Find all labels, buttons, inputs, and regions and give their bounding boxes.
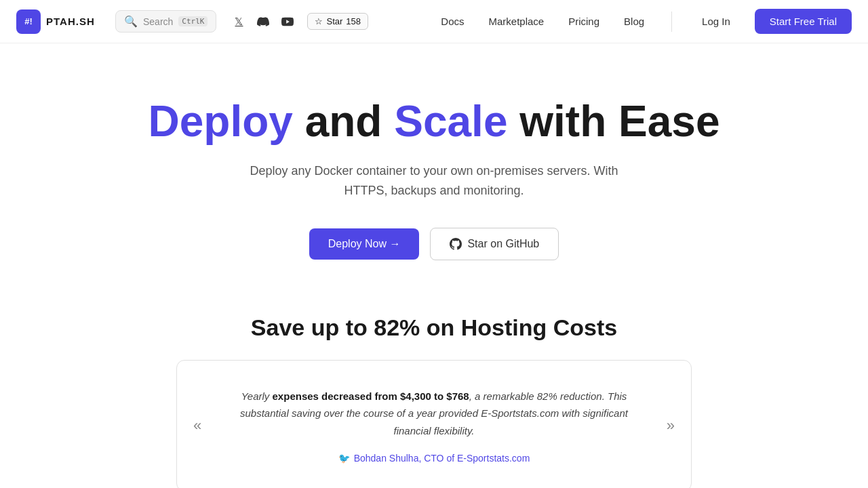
hero-title: Deploy and Scale with Ease bbox=[149, 98, 720, 145]
testimonial-highlight: expenses decreased from $4,300 to $768 bbox=[273, 390, 469, 402]
discord-icon[interactable] bbox=[254, 13, 272, 30]
hero-buttons: Deploy Now → Star on GitHub bbox=[309, 228, 559, 260]
docs-link[interactable]: Docs bbox=[430, 12, 475, 31]
github-star-count: 158 bbox=[346, 16, 361, 26]
hero-title-and: and bbox=[293, 97, 394, 146]
testimonial-author: 🐦 Bohdan Shulha, CTO of E-Sportstats.com bbox=[231, 453, 637, 464]
testimonial-prev-button[interactable]: « bbox=[188, 411, 207, 440]
search-bar[interactable]: 🔍 Search CtrlK bbox=[115, 10, 216, 33]
logo-text: PTAH.SH bbox=[46, 16, 95, 27]
hero-section: Deploy and Scale with Ease Deploy any Do… bbox=[0, 43, 868, 301]
deploy-now-button[interactable]: Deploy Now → bbox=[309, 228, 420, 260]
youtube-icon[interactable] bbox=[279, 13, 296, 30]
testimonial-prefix: Yearly bbox=[241, 390, 273, 402]
login-button[interactable]: Log In bbox=[688, 10, 744, 33]
pricing-link[interactable]: Pricing bbox=[557, 12, 610, 31]
start-trial-button[interactable]: Start Free Trial bbox=[755, 9, 852, 34]
nav-divider bbox=[671, 12, 672, 32]
blog-link[interactable]: Blog bbox=[613, 12, 655, 31]
logo-icon: #! bbox=[16, 9, 41, 34]
testimonial-card: « Yearly expenses decreased from $4,300 … bbox=[176, 360, 692, 488]
nav-links: Docs Marketplace Pricing Blog bbox=[430, 12, 655, 31]
hero-title-deploy: Deploy bbox=[149, 97, 293, 146]
navbar: #! PTAH.SH 🔍 Search CtrlK 𝕏 ☆ Star 158 D… bbox=[0, 0, 868, 43]
github-icon bbox=[450, 238, 462, 250]
marketplace-link[interactable]: Marketplace bbox=[477, 12, 555, 31]
savings-section: Save up to 82% on Hosting Costs « Yearly… bbox=[0, 301, 868, 488]
testimonial-text: Yearly expenses decreased from $4,300 to… bbox=[231, 388, 637, 440]
testimonial-author-link[interactable]: Bohdan Shulha, CTO of E-Sportstats.com bbox=[354, 453, 530, 464]
hero-title-scale: Scale bbox=[394, 97, 507, 146]
search-icon: 🔍 bbox=[124, 15, 138, 28]
x-twitter-icon[interactable]: 𝕏 bbox=[230, 13, 248, 30]
star-on-github-button[interactable]: Star on GitHub bbox=[430, 228, 559, 260]
github-star-label: Star bbox=[326, 16, 342, 26]
testimonial-next-button[interactable]: » bbox=[661, 411, 680, 440]
logo[interactable]: #! PTAH.SH bbox=[16, 9, 104, 34]
github-star-button[interactable]: ☆ Star 158 bbox=[307, 13, 368, 30]
search-label: Search bbox=[143, 16, 173, 27]
star-icon: ☆ bbox=[315, 16, 323, 26]
savings-title: Save up to 82% on Hosting Costs bbox=[251, 314, 617, 341]
social-icons: 𝕏 bbox=[230, 13, 296, 30]
github-button-label: Star on GitHub bbox=[467, 238, 539, 250]
hero-subtitle: Deploy any Docker container to your own … bbox=[244, 161, 624, 201]
hero-title-ease: with Ease bbox=[507, 97, 719, 146]
author-twitter-icon: 🐦 bbox=[338, 453, 350, 464]
search-shortcut: CtrlK bbox=[178, 16, 208, 26]
